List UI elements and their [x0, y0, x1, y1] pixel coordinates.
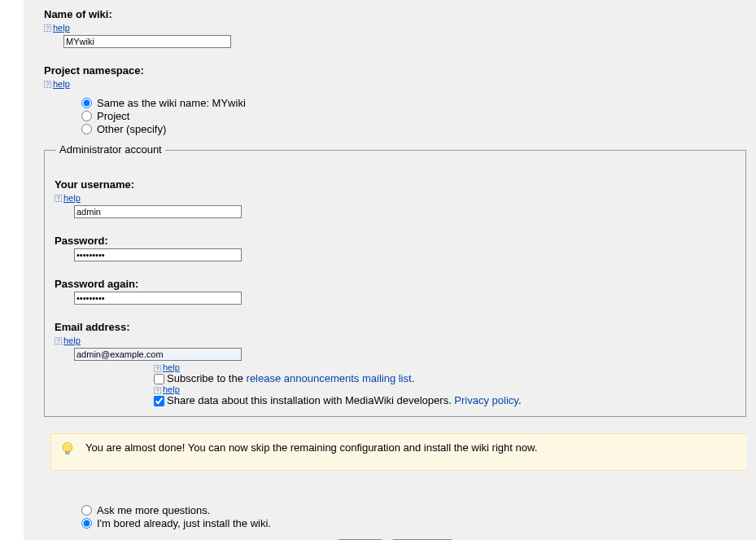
- namespace-radio-group: Same as the wiki name: MYwiki Project Ot…: [81, 96, 746, 135]
- wiki-name-input[interactable]: [63, 35, 231, 48]
- left-margin: [0, 0, 24, 540]
- help-icon: ?: [154, 387, 161, 394]
- share-text-suffix: .: [518, 394, 522, 406]
- help-icon: ?: [55, 337, 62, 345]
- username-input[interactable]: [74, 205, 242, 218]
- final-radio-group: Ask me more questions. I'm bored already…: [81, 503, 746, 529]
- wiki-name-help-row: ?help: [44, 21, 746, 33]
- password2-input[interactable]: [74, 292, 242, 305]
- help-icon: ?: [44, 81, 51, 88]
- help-icon: ?: [44, 24, 51, 32]
- namespace-help-link[interactable]: help: [53, 79, 70, 89]
- wiki-name-help-link[interactable]: help: [53, 23, 70, 33]
- username-label: Your username:: [55, 178, 736, 191]
- tip-text: You are almost done! You can now skip th…: [85, 441, 537, 454]
- namespace-radio-same[interactable]: [81, 98, 92, 108]
- admin-fieldset: Administrator account Your username: ?he…: [44, 150, 746, 417]
- tip-box: You are almost done! You can now skip th…: [50, 433, 746, 471]
- email-help-row: ?help: [55, 334, 736, 346]
- subscribe-row: ?help Subscribe to the release announcem…: [154, 362, 736, 384]
- subscribe-checkbox[interactable]: [154, 374, 164, 384]
- namespace-radio-same-label[interactable]: Same as the wiki name: MYwiki: [97, 97, 246, 109]
- checkbox-block: ?help Subscribe to the release announcem…: [154, 362, 736, 406]
- share-text-prefix: Share data about this installation with …: [167, 394, 454, 406]
- svg-point-0: [63, 443, 72, 453]
- wiki-name-label: Name of wiki:: [44, 8, 746, 20]
- namespace-radio-other[interactable]: [81, 124, 92, 134]
- namespace-label: Project namespace:: [44, 64, 746, 77]
- installer-page: Name of wiki: ?help Project namespace: ?…: [0, 0, 756, 540]
- bored-label[interactable]: I'm bored already, just install the wiki…: [97, 517, 271, 529]
- username-help-row: ?help: [55, 191, 736, 204]
- username-help-link[interactable]: help: [63, 193, 81, 203]
- email-label: Email address:: [55, 321, 736, 333]
- share-checkbox[interactable]: [154, 396, 164, 406]
- subscribe-text-prefix: Subscribe to the: [167, 372, 247, 384]
- password-input[interactable]: [74, 248, 242, 261]
- subscribe-link[interactable]: release announcements mailing list: [247, 372, 412, 384]
- share-row: ?help Share data about this installation…: [154, 384, 736, 406]
- svg-rect-1: [66, 451, 70, 454]
- help-icon: ?: [55, 195, 62, 202]
- bored-radio[interactable]: [81, 518, 92, 529]
- password-label: Password:: [55, 235, 736, 247]
- namespace-radio-project[interactable]: [81, 111, 92, 121]
- subscribe-text-suffix: .: [412, 372, 415, 384]
- namespace-radio-other-label[interactable]: Other (specify): [97, 123, 166, 135]
- share-help-link[interactable]: help: [163, 384, 180, 394]
- namespace-radio-project-label[interactable]: Project: [97, 110, 129, 122]
- admin-legend: Administrator account: [56, 143, 165, 156]
- ask-more-label[interactable]: Ask me more questions.: [97, 504, 210, 516]
- password2-label: Password again:: [55, 278, 736, 290]
- main-content: Name of wiki: ?help Project namespace: ?…: [44, 0, 754, 540]
- subscribe-help-link[interactable]: help: [163, 362, 180, 372]
- lightbulb-icon: [59, 441, 76, 457]
- namespace-help-row: ?help: [44, 77, 746, 90]
- privacy-policy-link[interactable]: Privacy policy: [454, 394, 518, 406]
- email-input[interactable]: [74, 348, 242, 361]
- ask-more-radio[interactable]: [81, 505, 92, 516]
- help-icon: ?: [154, 365, 161, 372]
- email-help-link[interactable]: help: [63, 336, 81, 345]
